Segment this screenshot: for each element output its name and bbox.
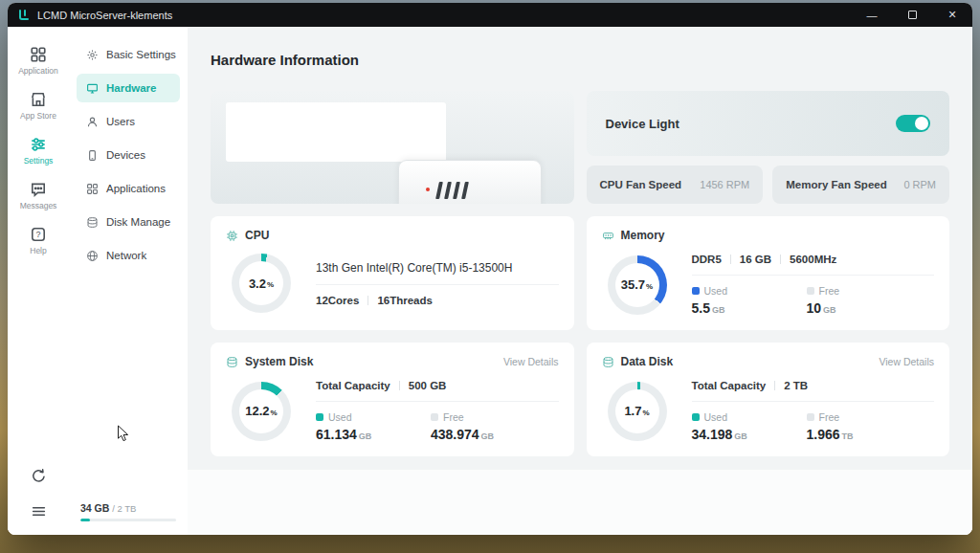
gear-icon <box>86 49 99 61</box>
data-disk-legend: Used 34.198GB Free 1.966TB <box>692 411 935 442</box>
cpu-fan-label: CPU Fan Speed <box>600 179 682 190</box>
device-controls: Device Light CPU Fan Speed 1456 RPM <box>587 91 950 204</box>
sidebar-label-devices: Devices <box>106 149 145 161</box>
monitor-icon <box>86 82 99 95</box>
memory-fan-value: 0 RPM <box>903 179 936 190</box>
rail-item-help[interactable]: ? Help <box>8 218 69 263</box>
application-grid-icon <box>30 46 47 63</box>
cpu-usage-donut: 3.2% <box>232 254 291 313</box>
app-window: LCMD MicroServer-klements — ✕ Applicatio… <box>8 3 972 535</box>
memory-used-unit: GB <box>712 305 725 315</box>
rail-item-messages[interactable]: Messages <box>8 173 69 218</box>
device-photo-highlight <box>226 102 446 162</box>
cpu-model: 13th Gen Intel(R) Core(TM) i5-13500H <box>316 261 559 275</box>
device-light-card: Device Light <box>587 91 950 156</box>
divider <box>780 254 781 264</box>
device-illustration <box>398 160 542 204</box>
rail-item-application[interactable]: Application <box>8 38 69 83</box>
app-logo-icon <box>17 9 31 22</box>
window-title: LCMD MicroServer-klements <box>37 10 172 21</box>
data-disk-header: Data Disk View Details <box>602 355 935 368</box>
storage-summary: 34 GB / 2 TB <box>77 502 180 525</box>
cpu-card-title: CPU <box>245 229 269 242</box>
refresh-icon[interactable] <box>31 468 47 484</box>
apps-grid-icon <box>86 183 99 195</box>
device-icon <box>86 149 99 162</box>
power-led <box>426 188 430 191</box>
minimize-button[interactable]: — <box>852 3 892 27</box>
cpu-chip-icon <box>226 230 238 242</box>
hamburger-menu-icon[interactable] <box>31 503 47 520</box>
disk-icon <box>86 216 99 229</box>
free-swatch <box>431 413 438 421</box>
used-swatch <box>316 413 323 421</box>
capacity-label: Total Capacity <box>692 380 767 391</box>
settings-sliders-icon <box>30 136 47 153</box>
divider <box>692 401 935 402</box>
vent-grill <box>437 182 467 199</box>
memory-usage-value: 35.7% <box>608 255 667 315</box>
data-disk-used-col: Used 34.198GB <box>692 411 807 442</box>
hardware-panel: Hardware Information Device Light <box>188 27 972 470</box>
sidebar-label-hardware: Hardware <box>106 82 156 94</box>
rail-item-settings[interactable]: Settings <box>8 128 69 173</box>
mouse-cursor <box>117 425 129 443</box>
close-button[interactable]: ✕ <box>932 3 972 27</box>
svg-text:?: ? <box>35 230 40 239</box>
system-disk-used-unit: GB <box>359 431 372 441</box>
capacity-label: Total Capacity <box>316 380 390 391</box>
sidebar-item-hardware[interactable]: Hardware <box>77 74 180 102</box>
divider <box>692 275 935 276</box>
data-disk-icon <box>602 356 614 368</box>
sidebar-label-network: Network <box>106 250 146 261</box>
system-disk-view-details-link[interactable]: View Details <box>503 356 559 367</box>
system-disk-used-value: 61.134 <box>316 427 357 442</box>
system-disk-title: System Disk <box>245 355 313 368</box>
sidebar-item-basic-settings[interactable]: Basic Settings <box>77 40 180 69</box>
system-disk-free-unit: GB <box>481 431 495 441</box>
free-label: Free <box>819 411 840 423</box>
help-question-icon: ? <box>30 226 47 243</box>
sidebar-item-network[interactable]: Network <box>77 241 180 270</box>
data-disk-card: Data Disk View Details 1.7% <box>587 343 950 456</box>
sidebar-item-users[interactable]: Users <box>77 107 180 136</box>
divider <box>730 254 731 264</box>
data-disk-view-details-link[interactable]: View Details <box>879 356 934 367</box>
cpu-cores-row: 12Cores 16Threads <box>316 295 559 306</box>
maximize-icon <box>908 11 917 19</box>
memory-used-value: 5.5 <box>692 300 710 316</box>
settings-sidebar: Basic Settings Hardware Users Devices Ap… <box>69 27 188 535</box>
system-disk-free-value: 438.974 <box>431 427 479 442</box>
memory-free-value: 10 <box>807 300 822 316</box>
system-disk-usage-donut: 12.2% <box>232 382 291 441</box>
system-disk-header: System Disk View Details <box>226 355 559 368</box>
memory-stick-icon <box>602 230 614 242</box>
sidebar-label-users: Users <box>106 116 135 127</box>
storage-bar <box>80 519 176 521</box>
free-swatch <box>807 413 814 421</box>
data-disk-capacity: 2 TB <box>784 380 808 391</box>
cpu-fan-value: 1456 RPM <box>700 179 749 190</box>
rail-bottom <box>31 468 47 535</box>
device-light-toggle[interactable] <box>896 115 930 132</box>
data-disk-free-col: Free 1.966TB <box>807 411 922 442</box>
free-label: Free <box>443 411 464 423</box>
sidebar-item-disk-manage[interactable]: Disk Manage <box>77 208 180 236</box>
used-label: Used <box>704 285 728 297</box>
rail-label-help: Help <box>30 246 46 255</box>
memory-size: 16 GB <box>740 254 771 265</box>
maximize-button[interactable] <box>892 3 932 27</box>
rail-item-app-store[interactable]: App Store <box>8 83 69 128</box>
memory-speed: 5600MHz <box>790 254 836 265</box>
divider <box>399 381 400 390</box>
sidebar-item-applications[interactable]: Applications <box>77 174 180 203</box>
data-disk-used-unit: GB <box>734 431 747 441</box>
sidebar-item-devices[interactable]: Devices <box>77 141 180 169</box>
device-photo <box>211 91 574 204</box>
sidebar-label-disk-manage: Disk Manage <box>106 216 170 228</box>
memory-legend: Used 5.5GB Free 10GB <box>692 285 935 316</box>
rail-label-app-store: App Store <box>20 111 56 121</box>
window-controls: — ✕ <box>852 3 972 27</box>
data-disk-free-value: 1.966 <box>807 427 840 442</box>
rail-label-settings: Settings <box>24 156 54 166</box>
